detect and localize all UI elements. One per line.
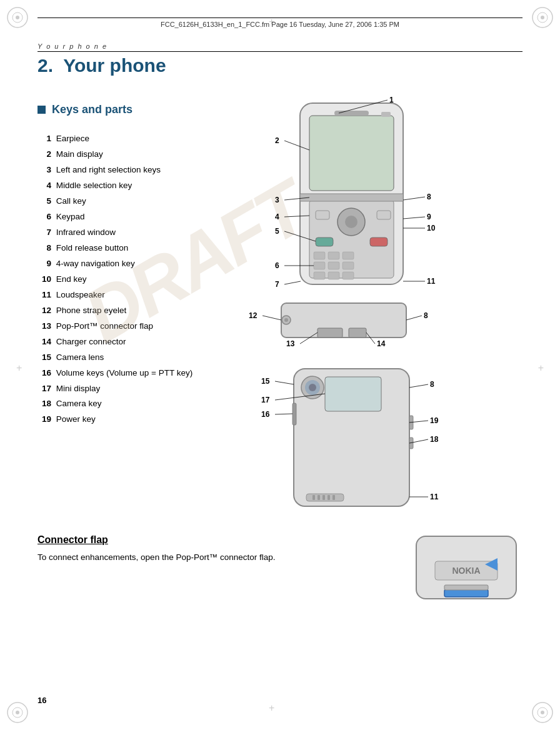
list-item: 17 Mini display [38, 381, 250, 397]
svg-text:2: 2 [275, 136, 279, 145]
list-item: 4 Middle selection key [38, 178, 250, 194]
svg-text:17: 17 [261, 396, 270, 404]
svg-rect-100 [444, 585, 488, 590]
svg-text:11: 11 [430, 492, 439, 501]
svg-rect-72 [325, 377, 381, 411]
svg-text:4: 4 [275, 212, 279, 221]
svg-rect-25 [342, 252, 354, 259]
svg-rect-22 [370, 238, 388, 246]
svg-rect-20 [377, 211, 391, 219]
plus-bottom: + [269, 702, 274, 714]
svg-line-60 [262, 316, 281, 320]
title-rule [38, 51, 522, 52]
svg-line-49 [403, 217, 425, 219]
svg-line-47 [403, 197, 425, 200]
list-item: 14 Charger connector [38, 334, 250, 350]
heading-bullet [38, 106, 46, 114]
svg-point-2 [16, 16, 19, 19]
list-item: 3 Left and right selection keys [38, 162, 250, 178]
svg-point-11 [541, 711, 544, 714]
connector-flap-image: NOKIA [410, 530, 522, 605]
svg-rect-73 [292, 403, 296, 425]
svg-line-84 [275, 414, 292, 414]
svg-rect-23 [314, 252, 325, 259]
svg-rect-28 [342, 262, 354, 269]
list-item: 9 4-way navigation key [38, 256, 250, 272]
svg-text:15: 15 [261, 377, 270, 386]
svg-rect-56 [318, 328, 342, 338]
svg-rect-75 [312, 495, 315, 500]
list-item: 1 Earpiece [38, 131, 250, 147]
plus-right: + [538, 362, 544, 374]
list-item: 12 Phone strap eyelet [38, 303, 250, 319]
svg-text:9: 9 [427, 212, 431, 221]
svg-rect-57 [349, 328, 366, 338]
list-item: 7 Infrared window [38, 225, 250, 241]
svg-text:7: 7 [275, 280, 279, 289]
list-item: 19 Power key [38, 412, 250, 428]
connector-section: Connector flap To connect enhancements, … [38, 534, 350, 564]
svg-rect-15 [381, 112, 391, 117]
svg-text:11: 11 [427, 277, 436, 286]
section-label: Y o u r p h o n e [38, 42, 108, 50]
svg-rect-26 [314, 262, 325, 269]
list-item: 11 Loudspeaker [38, 288, 250, 303]
svg-point-59 [284, 318, 288, 322]
parts-list: 1 Earpiece 2 Main display 3 Left and rig… [38, 131, 250, 428]
list-item: 18 Camera key [38, 396, 250, 412]
svg-text:12: 12 [249, 311, 258, 320]
list-item: 16 Volume keys (Volume up = PTT key) [38, 366, 250, 381]
svg-point-18 [345, 216, 358, 228]
svg-point-5 [541, 16, 544, 19]
svg-rect-29 [314, 272, 325, 279]
svg-rect-31 [342, 272, 354, 279]
top-bar: FCC_6126H_6133H_en_1_FCC.fm Page 16 Tues… [38, 18, 522, 28]
svg-text:8: 8 [424, 311, 428, 320]
svg-text:16: 16 [261, 410, 270, 419]
svg-rect-55 [281, 303, 406, 338]
plus-left: + [16, 362, 22, 374]
svg-rect-32 [300, 194, 403, 201]
corner-tr [530, 5, 555, 30]
svg-text:6: 6 [275, 261, 279, 270]
svg-rect-30 [328, 272, 339, 279]
svg-rect-79 [332, 495, 335, 500]
list-item: 10 End key [38, 272, 250, 288]
svg-line-82 [275, 381, 294, 384]
svg-point-8 [16, 711, 19, 714]
phone-back-view: 15 16 17 8 18 19 11 [261, 369, 439, 506]
corner-bl [5, 700, 30, 725]
svg-rect-99 [444, 589, 488, 597]
svg-rect-24 [328, 252, 339, 259]
list-item: 15 Camera lens [38, 350, 250, 366]
svg-text:1: 1 [389, 97, 394, 104]
corner-tl [5, 5, 30, 30]
list-item: 6 Keypad [38, 209, 250, 225]
phone-diagrams: 1 2 3 4 5 6 7 [244, 97, 512, 534]
svg-text:5: 5 [275, 227, 279, 236]
svg-rect-13 [309, 116, 394, 191]
svg-text:3: 3 [275, 196, 279, 204]
phone-front-view: 1 2 3 4 5 6 7 [275, 97, 436, 289]
svg-rect-21 [316, 238, 333, 246]
svg-rect-78 [328, 495, 330, 500]
list-item: 8 Fold release button [38, 241, 250, 256]
svg-line-66 [406, 316, 422, 320]
svg-text:10: 10 [427, 224, 436, 232]
keys-heading-text: Keys and parts [52, 103, 132, 116]
svg-rect-76 [318, 495, 320, 500]
phone-side-view: 12 13 14 8 [249, 303, 428, 348]
svg-text:8: 8 [427, 192, 431, 201]
connector-flap-title: Connector flap [38, 534, 350, 546]
list-item: 5 Call key [38, 194, 250, 209]
keys-heading: Keys and parts [38, 103, 132, 116]
svg-text:8: 8 [430, 380, 434, 389]
svg-rect-19 [316, 211, 329, 219]
svg-line-88 [409, 384, 428, 388]
header-text: FCC_6126H_6133H_en_1_FCC.fm Page 16 Tues… [161, 21, 399, 28]
connector-flap-text: To connect enhancements, open the Pop-Po… [38, 551, 350, 564]
svg-text:13: 13 [286, 339, 295, 348]
svg-rect-77 [322, 495, 325, 500]
svg-text:18: 18 [430, 435, 439, 444]
list-item: 13 Pop-Port™ connector flap [38, 319, 250, 334]
